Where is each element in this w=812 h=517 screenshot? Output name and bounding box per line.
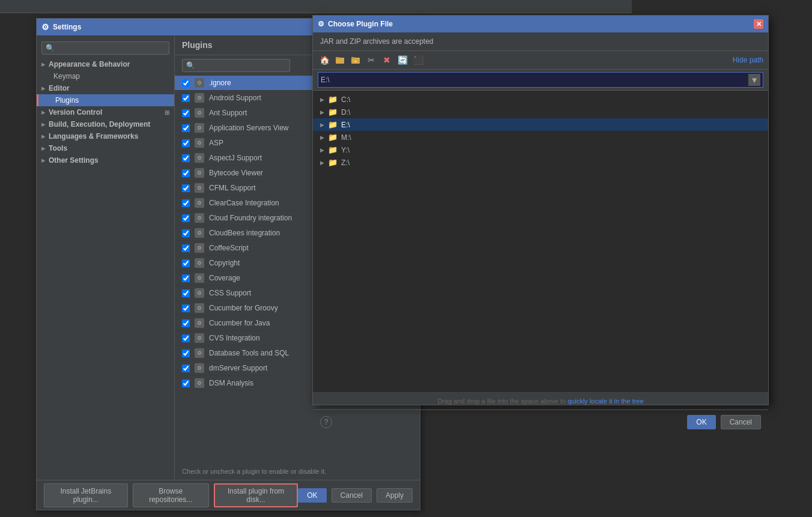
dialog-title: Choose Plugin File	[328, 20, 393, 28]
toolbar-cut-icon[interactable]: ✂	[365, 53, 378, 67]
toolbar-expand-icon[interactable]: ⬛	[411, 53, 425, 67]
dialog-ok-button[interactable]: OK	[687, 415, 715, 429]
tree-item-y[interactable]: ▶ 📁 Y:\	[313, 144, 768, 156]
path-dropdown-button[interactable]: ▼	[748, 74, 760, 86]
plugin-icon: ⚙	[195, 108, 204, 118]
toolbar-home-icon[interactable]: 🏠	[318, 53, 331, 67]
browse-repos-button[interactable]: Browse repositories...	[133, 483, 209, 507]
plugin-checkbox[interactable]	[182, 289, 190, 297]
folder-icon: 📁	[328, 133, 338, 142]
tree-item-label: D:\	[341, 108, 350, 116]
dialog-path-input-container: ▼	[318, 72, 763, 88]
footer-right-buttons: OK Cancel Apply	[298, 488, 413, 503]
sidebar-item-editor[interactable]: ▶ Editor	[37, 82, 174, 94]
drop-hint-quickly-text: quickly locate it in the tree	[568, 398, 644, 405]
plugin-checkbox[interactable]	[182, 229, 190, 237]
dialog-subtitle: JAR and ZIP archives are accepted	[313, 32, 768, 51]
plugin-checkbox[interactable]	[182, 199, 190, 207]
plugin-checkbox[interactable]	[182, 214, 190, 222]
toolbar-delete-icon[interactable]: ✖	[380, 53, 393, 67]
ok-button[interactable]: OK	[298, 488, 326, 503]
plugin-checkbox[interactable]	[182, 94, 190, 102]
toolbar-folder-icon[interactable]	[333, 53, 347, 67]
plugin-icon: ⚙	[195, 138, 204, 148]
settings-footer: Install JetBrains plugin... Browse repos…	[37, 480, 420, 510]
sidebar-item-build[interactable]: ▶ Build, Execution, Deployment	[37, 118, 174, 130]
plugin-checkbox[interactable]	[182, 259, 190, 267]
toolbar-icons-group: 🏠 + ✂ ✖ 🔄 ⬛	[318, 53, 425, 67]
tree-item-m[interactable]: ▶ 📁 M:\	[313, 131, 768, 144]
plugin-checkbox[interactable]	[182, 304, 190, 312]
settings-sidebar: ▶ Appearance & Behavior Keymap ▶ Editor …	[37, 35, 175, 480]
sidebar-item-version-control[interactable]: ▶ Version Control ⊞	[37, 106, 174, 118]
tree-item-d[interactable]: ▶ 📁 D:\	[313, 106, 768, 118]
plugin-icon: ⚙	[195, 198, 204, 208]
plugin-icon: ⚙	[195, 168, 204, 178]
dialog-title-icon: ⚙	[318, 20, 324, 28]
plugin-checkbox[interactable]	[182, 109, 190, 117]
plugin-name: CFML Support	[209, 184, 256, 192]
plugin-checkbox[interactable]	[182, 349, 190, 357]
plugin-icon: ⚙	[195, 273, 204, 283]
sidebar-item-languages[interactable]: ▶ Languages & Frameworks	[37, 130, 174, 142]
plugin-checkbox[interactable]	[182, 319, 190, 327]
install-jetbrains-button[interactable]: Install JetBrains plugin...	[44, 483, 128, 507]
plugin-checkbox[interactable]	[182, 139, 190, 147]
footer-left-buttons: Install JetBrains plugin... Browse repos…	[44, 483, 298, 507]
toolbar-refresh-icon[interactable]: 🔄	[396, 53, 409, 67]
tree-item-e[interactable]: ▶ 📁 E:\	[313, 118, 768, 131]
sidebar-item-tools[interactable]: ▶ Tools	[37, 142, 174, 154]
plugin-icon: ⚙	[195, 228, 204, 238]
dialog-path-field[interactable]	[321, 76, 748, 84]
plugin-checkbox[interactable]	[182, 154, 190, 162]
svg-text:+: +	[354, 59, 357, 64]
help-icon[interactable]: ?	[320, 416, 332, 428]
arrow-icon: ▶	[41, 122, 45, 127]
dialog-close-button[interactable]: ✕	[754, 19, 763, 29]
apply-button[interactable]: Apply	[377, 488, 413, 503]
sidebar-item-plugins[interactable]: Plugins	[37, 94, 174, 106]
plugin-checkbox[interactable]	[182, 274, 190, 282]
tree-item-z[interactable]: ▶ 📁 Z:\	[313, 156, 768, 169]
sidebar-item-appearance[interactable]: ▶ Appearance & Behavior	[37, 58, 174, 70]
plugin-name: Application Servers View	[209, 124, 289, 132]
cancel-button[interactable]: Cancel	[332, 488, 372, 503]
folder-icon: 📁	[328, 107, 338, 116]
dialog-path-bar: ▼	[313, 70, 768, 91]
plugin-checkbox[interactable]	[182, 124, 190, 132]
hide-path-button[interactable]: Hide path	[733, 56, 763, 64]
dialog-footer-buttons: OK Cancel	[687, 415, 761, 429]
plugin-icon: ⚙	[195, 258, 204, 268]
plugin-checkbox[interactable]	[182, 334, 190, 342]
plugin-checkbox[interactable]	[182, 79, 190, 87]
toolbar-folder2-icon[interactable]: +	[349, 53, 362, 67]
plugin-name: Bytecode Viewer	[209, 169, 263, 177]
tree-item-c[interactable]: ▶ 📁 C:\	[313, 93, 768, 106]
tree-arrow-icon: ▶	[320, 135, 324, 141]
plugin-name: ASP	[209, 139, 223, 147]
plugin-name: DSM Analysis	[209, 379, 253, 387]
install-disk-button[interactable]: Install plugin from disk...	[214, 483, 298, 507]
dialog-body: ▶ 📁 C:\ ▶ 📁 D:\ ▶ 📁 E:\ ▶ 📁 M:\ ▶ 📁	[313, 91, 768, 392]
dialog-footer: ? OK Cancel	[313, 410, 768, 434]
tree-item-label: C:\	[341, 95, 350, 104]
tree-item-label: M:\	[341, 133, 351, 142]
plugin-name: Cloud Foundry integration	[209, 214, 292, 222]
plugin-icon: ⚙	[195, 348, 204, 358]
plugin-icon: ⚙	[195, 318, 204, 328]
sidebar-item-label: Build, Execution, Deployment	[49, 120, 150, 128]
sidebar-item-other-settings[interactable]: ▶ Other Settings	[37, 154, 174, 166]
plugin-checkbox[interactable]	[182, 364, 190, 372]
plugin-checkbox[interactable]	[182, 244, 190, 252]
plugin-checkbox[interactable]	[182, 379, 190, 387]
plugin-icon: ⚙	[195, 213, 204, 223]
svg-rect-1	[336, 57, 339, 59]
plugin-checkbox[interactable]	[182, 184, 190, 192]
plugin-icon: ⚙	[195, 363, 204, 373]
plugin-name: Database Tools and SQL	[209, 349, 289, 357]
plugins-search-input[interactable]	[182, 59, 290, 72]
plugin-checkbox[interactable]	[182, 169, 190, 177]
dialog-cancel-button[interactable]: Cancel	[721, 415, 761, 429]
sidebar-search-input[interactable]	[41, 41, 169, 55]
sidebar-item-keymap[interactable]: Keymap	[37, 70, 174, 82]
